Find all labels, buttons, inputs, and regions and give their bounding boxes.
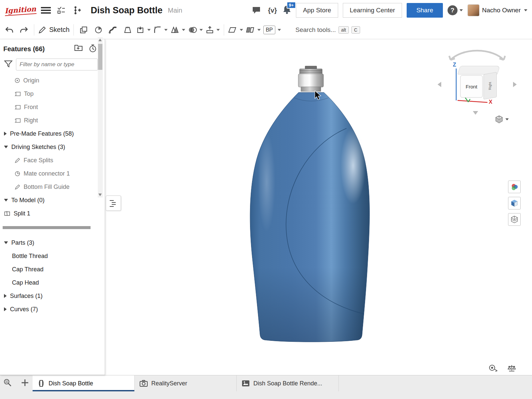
- tree-item-face-splits[interactable]: Face Splits: [0, 154, 94, 167]
- scroll-up-arrow[interactable]: [98, 39, 102, 41]
- chevron-down-icon[interactable]: [257, 29, 261, 31]
- tree-horizontal-scrollbar[interactable]: [3, 226, 91, 229]
- tree-item-right-plane[interactable]: Right: [0, 114, 94, 127]
- plane-icon[interactable]: [227, 23, 244, 37]
- tree-item-bottom-fill-guide[interactable]: Bottom Fill Guide: [0, 180, 94, 194]
- user-avatar[interactable]: [467, 4, 479, 16]
- panel-toggle-handle[interactable]: [106, 196, 121, 211]
- rotate-left-arrow[interactable]: [438, 82, 441, 87]
- search-tabs-icon[interactable]: [3, 378, 12, 388]
- help-menu[interactable]: ?: [448, 5, 463, 15]
- help-icon[interactable]: ?: [448, 5, 458, 15]
- ignition-logo[interactable]: Ignition: [4, 5, 36, 16]
- tree-item-cap-head[interactable]: Cap Head: [0, 276, 94, 289]
- chevron-down-icon[interactable]: [4, 146, 8, 148]
- tree-item-split-1[interactable]: Split 1: [0, 207, 94, 220]
- chevron-down-icon[interactable]: [182, 29, 185, 31]
- versions-icon[interactable]: [71, 5, 83, 16]
- tree-item-front-plane[interactable]: Front: [0, 100, 94, 114]
- chevron-down-icon: [505, 118, 509, 120]
- scrollbar-thumb[interactable]: [98, 44, 102, 70]
- chevron-down-icon[interactable]: [200, 29, 203, 31]
- tree-item-top-plane[interactable]: Top: [0, 87, 94, 100]
- chevron-right-icon[interactable]: [4, 294, 7, 298]
- boolean-icon[interactable]: [187, 23, 204, 37]
- rotate-right-arrow[interactable]: [513, 82, 517, 87]
- sweep-icon[interactable]: [106, 23, 120, 37]
- user-menu[interactable]: Nacho Owner: [467, 4, 527, 16]
- filter-icon[interactable]: [4, 60, 13, 69]
- chevron-down-icon: [524, 9, 527, 11]
- transform-icon[interactable]: [204, 23, 221, 37]
- mirror-pattern-icon[interactable]: [244, 23, 262, 37]
- search-tools[interactable]: Search tools... alt C: [296, 26, 360, 34]
- comments-icon[interactable]: [251, 5, 262, 16]
- feature-list-icon[interactable]: [56, 5, 67, 16]
- chevron-down-icon[interactable]: [278, 29, 281, 31]
- tree-folder-parts[interactable]: Parts (3): [0, 236, 94, 249]
- extrude-icon[interactable]: [76, 23, 91, 37]
- tree-vertical-scrollbar[interactable]: [98, 37, 103, 198]
- tree-item-origin[interactable]: Origin: [0, 74, 94, 87]
- chevron-right-icon[interactable]: [4, 132, 7, 136]
- sketch-button[interactable]: Sketch: [37, 23, 71, 37]
- measure-tools: [489, 364, 516, 373]
- plane-icon: [15, 105, 21, 110]
- features-panel-title: Features (66): [3, 45, 45, 53]
- notifications-bell[interactable]: 9+: [283, 5, 291, 16]
- undo-button[interactable]: [2, 23, 17, 37]
- tree-item-cap-thread[interactable]: Cap Thread: [0, 263, 94, 276]
- tree-folder-curves[interactable]: Curves (7): [0, 303, 94, 316]
- scene-settings-button[interactable]: [508, 213, 521, 226]
- scrollbar-thumb[interactable]: [3, 226, 90, 229]
- main-menu-icon[interactable]: [41, 6, 51, 14]
- tree-item-bottle-thread[interactable]: Bottle Thread: [0, 249, 94, 263]
- loft-icon[interactable]: [120, 23, 135, 37]
- new-folder-icon[interactable]: [74, 44, 83, 54]
- tree-folder-premade-features[interactable]: Pre-Made Features (58): [0, 127, 94, 140]
- share-button[interactable]: Share: [407, 3, 443, 18]
- tree-item-mate-connector-1[interactable]: Mate connector 1: [0, 167, 94, 180]
- mass-properties-icon[interactable]: [507, 364, 516, 373]
- tree-folder-driving-sketches[interactable]: Driving Sketches (3): [0, 140, 94, 154]
- view-cube-right-face[interactable]: Right: [483, 72, 497, 99]
- view-cube-front-face[interactable]: Front: [460, 75, 483, 98]
- tree-folder-to-model[interactable]: To Model (0): [0, 194, 94, 207]
- split-icon: [4, 211, 10, 216]
- featurescript-icon[interactable]: {v}: [267, 5, 278, 16]
- redo-button[interactable]: [17, 23, 31, 37]
- tab-dish-soap-bottle-render[interactable]: Dish Soap Bottle Rende...: [237, 375, 339, 391]
- chevron-down-icon[interactable]: [164, 29, 168, 31]
- rotate-down-arrow[interactable]: [473, 111, 478, 115]
- features-panel: Features (66) Origin: [0, 39, 105, 375]
- app-store-button[interactable]: App Store: [296, 3, 338, 18]
- tape-measure-icon[interactable]: [489, 364, 497, 373]
- chevron-down-icon[interactable]: [216, 29, 220, 31]
- custom-feature-bp-button[interactable]: BP: [262, 23, 282, 37]
- tab-realityserver[interactable]: RealityServer: [135, 375, 237, 391]
- tree-list-icon: [109, 199, 118, 207]
- tree-folder-surfaces[interactable]: Surfaces (1): [0, 289, 94, 303]
- chevron-down-icon[interactable]: [147, 29, 151, 31]
- workspace-name[interactable]: Main: [168, 7, 182, 14]
- view-options-button[interactable]: [495, 115, 509, 124]
- revolve-icon[interactable]: [91, 23, 106, 37]
- fillet-icon[interactable]: [152, 23, 169, 37]
- chevron-right-icon[interactable]: [4, 307, 7, 311]
- rollback-history-icon[interactable]: [89, 44, 97, 54]
- view-cube[interactable]: Right Front Z X: [436, 47, 519, 126]
- chevron-down-icon[interactable]: [4, 199, 8, 201]
- chevron-down-icon[interactable]: [240, 29, 243, 31]
- thicken-icon[interactable]: [135, 23, 152, 37]
- chevron-down-icon[interactable]: [4, 241, 8, 244]
- notification-badge: 9+: [287, 2, 296, 9]
- shell-icon[interactable]: [169, 23, 187, 37]
- render-mode-button[interactable]: [508, 197, 521, 209]
- scroll-down-arrow[interactable]: [98, 194, 102, 196]
- tab-dish-soap-bottle[interactable]: Dish Soap Bottle: [33, 375, 135, 391]
- feature-tree: Origin Top Front Right Pre-Made Features…: [0, 74, 105, 220]
- learning-center-button[interactable]: Learning Center: [343, 3, 402, 18]
- appearance-panel-button[interactable]: [508, 181, 521, 193]
- add-tab-icon[interactable]: [21, 378, 29, 388]
- feature-filter-input[interactable]: [16, 59, 98, 70]
